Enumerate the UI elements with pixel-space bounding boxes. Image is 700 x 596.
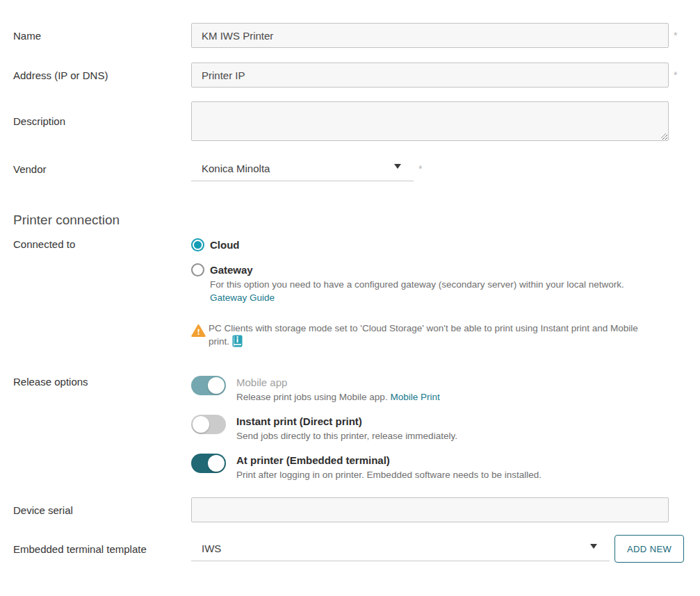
chevron-down-icon — [394, 164, 401, 169]
mobile-app-toggle[interactable] — [191, 376, 226, 395]
connected-to-row: Connected to Cloud Gateway For this opti… — [0, 238, 700, 348]
toggle-row-mobile-app: Mobile app Release print jobs using Mobi… — [191, 376, 542, 404]
address-label: Address (IP or DNS) — [0, 69, 191, 81]
connected-to-label: Connected to — [0, 238, 191, 250]
embedded-terminal-row: Embedded terminal template IWS ADD NEW — [0, 535, 700, 563]
address-row: Address (IP or DNS) * — [0, 63, 700, 88]
description-row: Description — [0, 101, 700, 141]
toggle-row-at-printer: At printer (Embedded terminal) Print aft… — [191, 454, 542, 481]
at-printer-toggle[interactable] — [191, 454, 226, 473]
required-asterisk: * — [674, 69, 677, 81]
warning-text: PC Clients with storage mode set to 'Clo… — [209, 322, 661, 348]
info-manual-icon[interactable] — [232, 335, 243, 347]
description-label: Description — [0, 115, 191, 127]
release-options-row: Release options Mobile app Release print… — [0, 376, 700, 481]
radio-label-cloud[interactable]: Cloud — [210, 238, 240, 251]
mobile-print-link[interactable]: Mobile Print — [390, 392, 439, 402]
address-input[interactable] — [191, 63, 669, 88]
printer-connection-heading: Printer connection — [13, 213, 700, 228]
device-serial-label: Device serial — [0, 504, 191, 516]
radio-option-gateway[interactable]: Gateway For this option you need to have… — [191, 263, 661, 304]
radio-option-cloud[interactable]: Cloud — [191, 238, 661, 251]
radio-button-gateway[interactable] — [191, 263, 204, 276]
gateway-description: For this option you need to have a confi… — [210, 279, 624, 291]
required-asterisk: * — [418, 163, 422, 174]
gateway-guide-link[interactable]: Gateway Guide — [210, 292, 275, 303]
embedded-terminal-label: Embedded terminal template — [0, 543, 191, 555]
embedded-terminal-select[interactable]: IWS — [191, 536, 610, 561]
at-printer-description: Print after logging in on printer. Embed… — [236, 469, 542, 481]
instant-print-description: Send jobs directly to this printer, rele… — [236, 430, 457, 442]
mobile-app-description: Release print jobs using Mobile app. Mob… — [236, 391, 440, 404]
chevron-down-icon — [590, 544, 597, 549]
at-printer-title: At printer (Embedded terminal) — [236, 454, 542, 467]
device-serial-input[interactable] — [191, 497, 669, 522]
toggle-knob — [193, 416, 209, 433]
vendor-label: Vendor — [0, 163, 191, 175]
name-row: Name * — [0, 23, 700, 48]
warning-triangle-icon — [191, 324, 206, 338]
description-textarea[interactable] — [191, 101, 669, 141]
radio-button-cloud[interactable] — [191, 238, 204, 251]
name-input[interactable] — [191, 23, 669, 48]
toggle-knob — [208, 377, 225, 394]
instant-print-title: Instant print (Direct print) — [236, 415, 457, 429]
warning-banner: PC Clients with storage mode set to 'Clo… — [191, 322, 661, 348]
toggle-knob — [208, 455, 225, 472]
instant-print-toggle[interactable] — [191, 415, 226, 434]
name-label: Name — [0, 30, 191, 42]
radio-label-gateway[interactable]: Gateway — [210, 263, 624, 276]
embedded-terminal-select-value: IWS — [191, 543, 221, 554]
vendor-select-value: Konica Minolta — [191, 163, 270, 174]
add-new-button[interactable]: ADD NEW — [614, 535, 684, 563]
vendor-row: Vendor Konica Minolta * — [0, 156, 700, 181]
vendor-select[interactable]: Konica Minolta — [191, 156, 414, 181]
mobile-app-title: Mobile app — [236, 376, 440, 390]
toggle-row-instant-print: Instant print (Direct print) Send jobs d… — [191, 415, 542, 442]
device-serial-row: Device serial — [0, 497, 700, 522]
required-asterisk: * — [674, 30, 677, 41]
release-options-label: Release options — [0, 376, 191, 388]
